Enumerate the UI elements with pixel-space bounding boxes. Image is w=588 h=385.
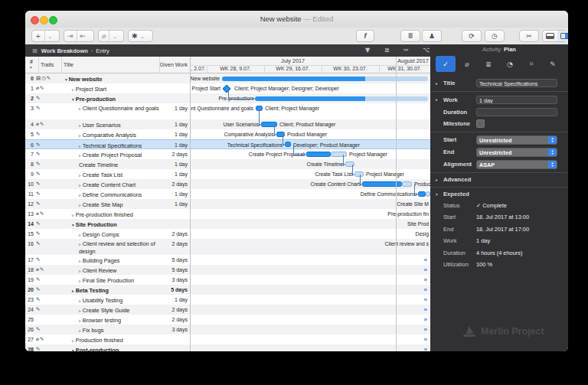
settings-tab[interactable]: ⌗ [521, 56, 541, 72]
disclosure-open-icon[interactable]: ▹ [79, 279, 81, 283]
activity-row-14[interactable]: 14✎▾Site ProductionSite Prod [25, 219, 430, 229]
pencil-icon[interactable]: ✎ [36, 285, 40, 295]
row-title[interactable]: ▹Create Task List [62, 169, 162, 179]
disclosure-open-icon[interactable]: ▹ [79, 153, 81, 158]
pencil-icon[interactable]: ✎ [36, 239, 40, 249]
gantt-row[interactable]: » [190, 305, 430, 315]
paperclip-icon[interactable]: ⌀ [36, 334, 39, 344]
row-given-work[interactable]: 2 days [160, 179, 188, 189]
disclosure-open-icon[interactable]: ▾ [72, 348, 74, 352]
activity-row-3[interactable]: 3✎▹Client Questionnaire and goals1 dayCl… [25, 103, 430, 119]
pencil-icon[interactable]: ✎ [36, 275, 40, 285]
row-given-work[interactable]: 1 day [160, 189, 188, 199]
sort-icon[interactable]: ≣ [384, 47, 390, 54]
activity-row-20[interactable]: 20✎▸Beta Testing5 days» [25, 285, 430, 295]
row-title[interactable]: ▹Fix bugs [62, 325, 162, 334]
activity-row-2[interactable]: 2✎▾Pre-productionPre-production [25, 93, 430, 103]
gantt-row[interactable]: Define Communications [190, 189, 430, 199]
gantt-row[interactable]: User ScenariosClient; Product Manager [190, 119, 430, 129]
activity-row-4[interactable]: 4⌀✎▹User Scenarios1 dayUser ScenariosCli… [25, 119, 430, 129]
activity-row-0[interactable]: 0▤◷✎▾New websiteNew website [25, 73, 430, 83]
notes-tab[interactable]: ✎ [543, 56, 563, 72]
row-title[interactable]: ▹Browser testing [62, 315, 162, 325]
table-gantt-divider[interactable] [190, 57, 191, 351]
row-title[interactable]: ▹Client review and selection of design [62, 239, 162, 256]
row-title[interactable]: ▹Final Site Production [62, 275, 162, 285]
task-bar-planned[interactable] [331, 152, 347, 157]
activity-row-15[interactable]: 15✎▹Design Comps2 daysDesig [25, 229, 430, 239]
column-header-title[interactable]: Title [64, 62, 74, 67]
activity-indicator[interactable]: Activity: Plan [430, 44, 568, 54]
window-titlebar[interactable]: New website — Edited [25, 11, 568, 28]
info-tab[interactable]: ✓ [436, 56, 456, 72]
offscreen-bar-indicator[interactable]: » [424, 295, 427, 305]
disclosure-open-icon[interactable]: ▹ [72, 87, 74, 92]
task-bar-complete[interactable] [261, 122, 277, 127]
activity-row-11[interactable]: 11✎▹Define Communications1 dayDefine Com… [25, 189, 430, 199]
task-bar-complete[interactable] [256, 106, 263, 111]
format-icon[interactable]: ✑ [403, 47, 409, 54]
row-given-work[interactable]: 3 days [160, 325, 188, 334]
row-title[interactable]: ▾Pre-production [62, 93, 162, 103]
gantt-row[interactable]: Create Project ProposalProject Manager [190, 149, 430, 159]
library-button[interactable]: Ⅲ [400, 30, 420, 42]
row-given-work[interactable]: 1 day [160, 295, 188, 305]
disclosure-open-icon[interactable]: ▹ [79, 308, 81, 313]
gantt-row[interactable]: » [190, 325, 430, 334]
gantt-row[interactable]: Project StartClient; Project Manager; De… [190, 83, 430, 93]
finance-tab[interactable]: ≣ [479, 56, 498, 72]
gantt-row[interactable]: Comparative AnalysisProduct Manager [190, 129, 430, 139]
gantt-row[interactable]: Site Prod [190, 219, 430, 229]
row-title[interactable]: ▹Create Content Chart [62, 179, 162, 189]
task-bar-planned[interactable] [345, 162, 354, 167]
activity-row-1[interactable]: 1⌀✎▹Project StartProject StartClient; Pr… [25, 83, 430, 93]
row-given-work[interactable]: 1 day [160, 119, 188, 129]
row-title[interactable]: ▹Comparative Analysis [62, 129, 162, 139]
offscreen-bar-indicator[interactable]: » [424, 275, 427, 285]
pencil-icon[interactable]: ✎ [36, 103, 40, 113]
row-given-work[interactable]: 1 day [160, 129, 188, 139]
work-input[interactable]: 1 day [476, 96, 557, 104]
toggle-inspector-button[interactable] [557, 31, 568, 41]
row-title[interactable]: ▸Beta Testing [62, 285, 162, 295]
disclosure-closed-icon[interactable]: ▸ [436, 178, 438, 182]
pencil-icon[interactable]: ✎ [36, 344, 40, 351]
gantt-row[interactable]: » [190, 295, 430, 305]
pencil-icon[interactable]: ✎ [40, 119, 44, 129]
start-select[interactable]: Unrestricted▲▼ [476, 135, 557, 145]
task-bar-complete[interactable] [306, 152, 331, 157]
paperclip-icon[interactable]: ⌀ [36, 119, 39, 129]
offscreen-bar-indicator[interactable]: » [424, 305, 427, 315]
pencil-icon[interactable]: ✎ [40, 265, 44, 275]
disclosure-open-icon[interactable]: ▹ [79, 183, 81, 188]
row-title[interactable]: ▹Project Start [62, 83, 162, 93]
milestone-diamond[interactable] [222, 84, 230, 93]
row-title[interactable]: ▹Client Review [62, 265, 162, 275]
pencil-icon[interactable]: ✎ [36, 199, 40, 209]
disclosure-closed-icon[interactable]: ▸ [72, 289, 74, 293]
activity-row-28[interactable]: 28✎▾Post-production» [25, 344, 430, 351]
week-header[interactable]: WK 28, 9.07. [207, 66, 264, 71]
pencil-icon[interactable]: ✎ [40, 83, 44, 93]
week-header[interactable]: WK 30, 23.07. [322, 66, 379, 71]
pencil-icon[interactable]: ✎ [36, 179, 40, 189]
gantt-row[interactable]: Client Questionnaire and goalsClient; Pr… [190, 103, 430, 119]
disclosure-open-icon[interactable]: ▹ [79, 173, 81, 178]
activity-row-23[interactable]: 23✎▹Usability Testing1 day» [25, 295, 430, 305]
disclosure-open-icon[interactable]: ▹ [79, 299, 81, 303]
disclosure-open-icon[interactable]: ▹ [79, 242, 81, 246]
row-title[interactable]: ▹Design Comps [62, 229, 162, 239]
activity-row-6[interactable]: 6✎▹Technical Specifications1 dayTechnica… [25, 139, 430, 149]
column-header-traits[interactable]: Traits [41, 62, 54, 67]
row-title[interactable]: ▹Pre-production finished [62, 209, 162, 219]
summary-bar[interactable] [222, 77, 365, 81]
activity-row-17[interactable]: 17✎▹Building Pages5 days» [25, 255, 430, 265]
resources-button[interactable]: ♟ [422, 30, 442, 42]
disclosure-open-icon[interactable]: ▹ [79, 233, 81, 237]
disclosure-closed-icon[interactable]: ▸ [436, 97, 438, 102]
pencil-icon[interactable]: ✎ [36, 229, 40, 239]
tools-icon[interactable]: ⌥ [423, 47, 430, 54]
outdent-icon[interactable]: ⇤ [77, 31, 90, 41]
sync-button[interactable]: ⟳ [462, 30, 482, 42]
gantt-row[interactable]: » [190, 265, 430, 275]
